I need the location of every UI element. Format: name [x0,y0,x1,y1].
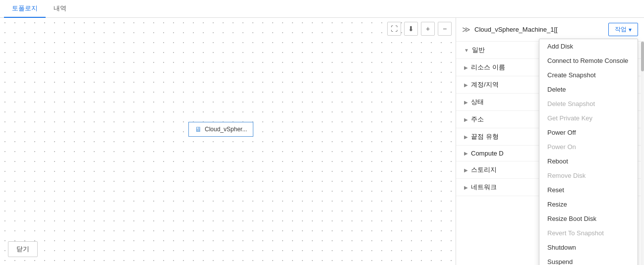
section-general-label: 일반 [472,46,485,54]
fit-screen-button[interactable]: ⛶ [387,22,401,36]
tab-topology[interactable]: 토폴로지 [4,0,46,18]
zoom-in-button[interactable]: + [421,22,435,36]
close-button[interactable]: 닫기 [8,241,38,257]
menu-item-delete[interactable]: Delete [539,82,638,97]
zoom-out-button[interactable]: − [438,22,452,36]
menu-item-reset[interactable]: Reset [539,183,638,197]
menu-item-power-off[interactable]: Power Off [539,125,638,140]
panel-title: Cloud_vSphere_Machine_1[[ [474,26,604,33]
section-endpoint-label: 끝점 유형 [471,132,499,141]
menu-item-connect-remote[interactable]: Connect to Remote Console [539,53,638,68]
menu-item-revert-to-snapshot: Revert To Snapshot [539,226,638,240]
canvas-node-label: Cloud_vSpher... [205,126,247,133]
scroll-track [641,42,644,265]
menu-item-delete-snapshot: Delete Snapshot [539,97,638,111]
chevron-right-icon-6: ▶ [464,151,468,156]
section-address-label: 주소 [471,115,484,124]
menu-item-shutdown[interactable]: Shutdown [539,240,638,255]
dropdown-menu: Add Disk Connect to Remote Console Creat… [539,39,638,265]
main-content: ⛶ ⬇ + − 🖥 Cloud_vSpher... 닫기 ≫ Cloud_vSp… [0,18,644,265]
menu-item-power-on: Power On [539,140,638,154]
chevron-down-icon: ▼ [464,48,469,53]
chevron-right-icon-7: ▶ [464,167,468,173]
section-account-label: 계정/지역 [471,80,499,89]
canvas-node[interactable]: 🖥 Cloud_vSpher... [188,122,253,137]
section-network-label: 네트워크 [471,183,497,192]
section-status-label: 상태 [471,98,484,106]
chevron-right-icon-4: ▶ [464,117,468,122]
right-panel: ≫ Cloud_vSphere_Machine_1[[ 작업 ▾ Add Dis… [456,18,644,265]
menu-item-add-disk[interactable]: Add Disk [539,39,638,53]
tab-history[interactable]: 내역 [46,0,74,18]
expand-icon[interactable]: ≫ [462,25,470,34]
chevron-right-icon: ▶ [464,65,468,70]
dropdown-chevron-icon: ▾ [629,26,632,33]
menu-item-suspend[interactable]: Suspend [539,255,638,265]
menu-item-get-private-key: Get Private Key [539,111,638,125]
chevron-right-icon-3: ▶ [464,100,468,105]
menu-item-resize[interactable]: Resize [539,197,638,212]
section-compute-label: Compute D [471,150,504,157]
action-label: 작업 [615,25,627,34]
vm-icon: 🖥 [195,125,202,133]
section-storage-label: 스토리지 [471,165,497,174]
scroll-thumb[interactable] [641,42,644,71]
menu-item-resize-boot-disk[interactable]: Resize Boot Disk [539,212,638,226]
panel-header: ≫ Cloud_vSphere_Machine_1[[ 작업 ▾ [456,18,644,42]
action-button[interactable]: 작업 ▾ [608,23,638,36]
tabs-bar: 토폴로지 내역 [0,0,644,18]
canvas-toolbar: ⛶ ⬇ + − [387,22,452,36]
download-button[interactable]: ⬇ [404,22,418,36]
menu-item-create-snapshot[interactable]: Create Snapshot [539,68,638,82]
canvas-area: ⛶ ⬇ + − 🖥 Cloud_vSpher... 닫기 [0,18,456,265]
section-resource-label: 리소스 이름 [471,63,505,72]
menu-item-reboot[interactable]: Reboot [539,154,638,168]
chevron-right-icon-5: ▶ [464,134,468,140]
menu-item-remove-disk: Remove Disk [539,168,638,183]
chevron-right-icon-2: ▶ [464,82,468,88]
chevron-right-icon-8: ▶ [464,185,468,190]
